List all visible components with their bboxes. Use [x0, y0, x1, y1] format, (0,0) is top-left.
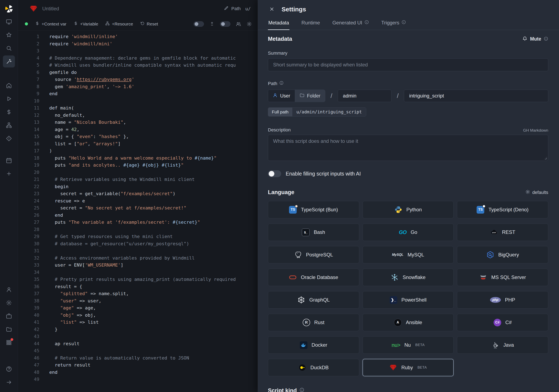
sidebar-item-user[interactable] — [3, 283, 15, 296]
code-line: def main( — [49, 105, 258, 112]
sidebar-item-arrow-right[interactable] — [3, 376, 15, 388]
defaults-button[interactable]: defaults — [525, 189, 548, 196]
tab-triggers[interactable]: Triggers — [381, 17, 406, 30]
line-number: 39 — [18, 304, 39, 312]
language-ruby[interactable]: RubyBETA — [363, 359, 454, 376]
code-line: puts "Hello World and a warm welcome esp… — [49, 155, 258, 162]
language-mysql[interactable]: MySQLMySQL — [363, 246, 454, 264]
add-variable-button[interactable]: +Variable — [74, 21, 98, 27]
code-editor[interactable]: 1234567891011121314151617181920212223242… — [18, 31, 258, 392]
language-label: Go — [410, 229, 417, 235]
line-number: 24 — [18, 197, 39, 205]
reset-button[interactable]: Reset — [140, 21, 158, 27]
code-line: source 'https://rubygems.org' — [49, 76, 258, 83]
sidebar-item-folder[interactable] — [3, 323, 15, 335]
language-graphql[interactable]: GraphQL — [268, 291, 359, 309]
mute-control[interactable]: Mute — [522, 36, 548, 42]
line-number: 44 — [18, 340, 39, 347]
snowflake-icon — [391, 273, 399, 281]
language-go[interactable]: GOGo — [363, 224, 454, 241]
language-bash[interactable]: $_Bash — [268, 224, 359, 241]
code-line: user = ENV['WM_USERNAME'] — [49, 262, 258, 269]
language-ms-sql-server[interactable]: MS SQL Server — [457, 269, 548, 286]
owner-kind-user-label: User — [280, 93, 290, 99]
diff-toggle[interactable] — [194, 21, 204, 27]
language-label: PHP — [505, 297, 515, 303]
language-c-[interactable]: C#C# — [457, 314, 548, 331]
summary-input[interactable] — [268, 58, 548, 71]
svg-text:Java: Java — [494, 347, 497, 349]
language-oracle-database[interactable]: Oracle Database — [268, 269, 359, 286]
script-title-input[interactable] — [42, 6, 129, 12]
code-line: list = ["or", "arrays!"] — [49, 140, 258, 147]
pencil-icon — [224, 6, 229, 12]
close-settings-button[interactable] — [267, 5, 277, 14]
sidebar-item-calendar[interactable] — [3, 155, 15, 166]
add-context-var-button[interactable]: +Context var — [35, 21, 66, 27]
editor-area: Path u/ +Context var +Variable +Resource… — [18, 0, 258, 392]
language-label: TypeScript (Bun) — [301, 207, 338, 213]
line-number: 28 — [18, 226, 39, 233]
sidebar-item-diamond[interactable] — [3, 132, 15, 145]
language-nu[interactable]: nu>NuBETA — [363, 336, 454, 354]
language-postgresql[interactable]: PostgreSQL — [268, 246, 359, 264]
sidebar-item-grid[interactable] — [3, 337, 15, 348]
code-line — [49, 269, 258, 276]
tab-runtime[interactable]: Runtime — [301, 17, 320, 30]
sidebar-item-plus[interactable] — [3, 168, 15, 180]
sidebar-item-search[interactable] — [3, 42, 15, 54]
sidebar-item-wand[interactable] — [3, 55, 15, 67]
editor-settings-gear-icon[interactable] — [247, 21, 252, 27]
edit-path-button[interactable]: Path — [224, 6, 241, 12]
language-duckdb[interactable]: DuckDB — [268, 359, 359, 376]
language-python[interactable]: Python — [363, 201, 454, 218]
language-java[interactable]: JavaJava — [457, 336, 548, 354]
sidebar-item-gear[interactable] — [3, 297, 15, 309]
sidebar-item-help[interactable] — [3, 363, 15, 375]
multiplayer-toggle[interactable] — [220, 21, 230, 27]
script-name-input[interactable] — [404, 90, 548, 102]
tab-metadata[interactable]: Metadata — [268, 17, 289, 30]
add-resource-button[interactable]: +Resource — [105, 21, 133, 27]
code-line: # database = get_resource("u/user/my_pos… — [49, 240, 258, 247]
language-rust[interactable]: RRust — [268, 314, 359, 331]
line-number: 33 — [18, 262, 39, 269]
windmill-logo[interactable] — [3, 3, 15, 16]
php-icon: php — [490, 297, 501, 303]
code-line: end — [49, 90, 258, 98]
language-ansible[interactable]: AAnsible — [363, 314, 454, 331]
sidebar-item-briefcase[interactable] — [3, 310, 15, 322]
code-line: "age" => age, — [49, 304, 258, 312]
code-line: # Retrieve variables using the Windmill … — [49, 176, 258, 183]
sidebar — [0, 0, 18, 392]
owner-kind-folder[interactable]: Folder — [295, 90, 325, 102]
postgresql-icon — [294, 251, 302, 259]
language-php[interactable]: phpPHP — [457, 291, 548, 309]
sidebar-item-home[interactable] — [3, 80, 15, 91]
sidebar-item-dollar[interactable] — [3, 106, 15, 118]
description-textarea[interactable] — [268, 135, 548, 161]
language-typescript-deno-[interactable]: TSTypeScript (Deno) — [457, 201, 548, 218]
sidebar-nav — [0, 16, 18, 389]
path-owner-input[interactable] — [338, 90, 391, 102]
sidebar-item-star[interactable] — [3, 29, 15, 41]
python-icon — [394, 206, 402, 214]
language-bigquery[interactable]: BigQuery — [457, 246, 548, 264]
language-snowflake[interactable]: Snowflake — [363, 269, 454, 286]
language-rest[interactable]: HTTPREST — [457, 224, 548, 241]
plus-minus-icon[interactable] — [209, 21, 215, 27]
tab-generated-ui[interactable]: Generated UI — [332, 17, 369, 30]
sidebar-item-nodes[interactable] — [3, 119, 15, 131]
sidebar-item-monitor[interactable] — [3, 16, 15, 28]
ai-fill-toggle[interactable] — [268, 170, 281, 177]
language-docker[interactable]: Docker — [268, 336, 359, 354]
language-typescript-bun-[interactable]: TSTypeScript (Bun) — [268, 201, 359, 218]
line-number: 37 — [18, 290, 39, 297]
script-kind-label: Script kind — [268, 387, 297, 392]
language-heading: Language — [268, 189, 294, 196]
owner-kind-user[interactable]: User — [268, 90, 295, 102]
language-powershell[interactable]: ❯_PowerShell — [363, 291, 454, 309]
users-icon[interactable] — [236, 21, 241, 27]
ansible-icon: A — [394, 319, 402, 326]
sidebar-item-play[interactable] — [3, 93, 15, 105]
